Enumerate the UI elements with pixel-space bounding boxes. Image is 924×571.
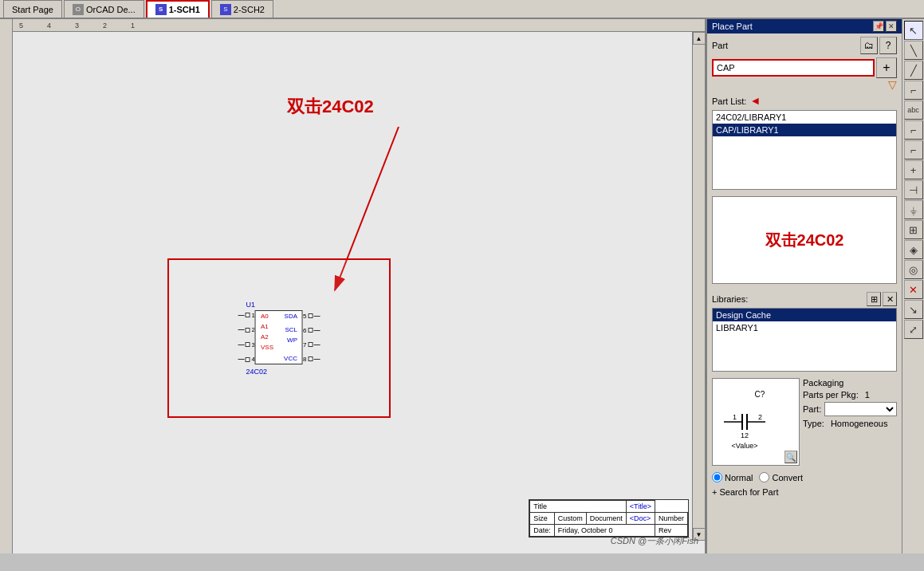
- svg-text:C?: C?: [755, 390, 765, 399]
- normal-radio[interactable]: [712, 472, 722, 482]
- ruler-top: 5 4 3 2 1: [0, 19, 705, 32]
- lib-list[interactable]: Design Cache LIBRARY1: [712, 308, 897, 372]
- watermark: CSDN @一条小闲Fish: [611, 535, 698, 547]
- orcad-icon: O: [73, 4, 84, 15]
- arrow-down-btn[interactable]: ↘: [904, 300, 923, 319]
- part-select[interactable]: [824, 402, 897, 416]
- date-label: Date:: [530, 525, 555, 537]
- part-add-btn[interactable]: +: [876, 57, 897, 78]
- zoom-preview-btn[interactable]: 🔍: [784, 451, 797, 463]
- panel-close-btn[interactable]: ✕: [886, 21, 897, 32]
- svg-text:<Value>: <Value>: [732, 442, 758, 450]
- pkg-info: Packaging Parts per Pkg: 1 Part:: [803, 378, 897, 466]
- ruler-left: [0, 19, 13, 553]
- part-label2: Part:: [803, 404, 821, 414]
- search-part-link[interactable]: + Search for Part: [712, 487, 897, 497]
- libraries-section: Libraries: ⊞ ✕ Design Cache LIBRARY1: [712, 292, 897, 372]
- scrollbar-right[interactable]: ▲ ▼: [692, 32, 705, 541]
- right-pins: 5 6 7: [303, 310, 320, 364]
- pkg-svg: C? 1 2 12: [720, 386, 792, 458]
- parts-per-pkg-label: Parts per Pkg:: [803, 390, 859, 400]
- part-icons: 🗂 ?: [860, 37, 897, 54]
- tab-sch2-label: 2-SCH2: [234, 5, 265, 14]
- svg-text:1: 1: [733, 413, 737, 421]
- part-list-item-1[interactable]: 24C02/LIBRARY1: [713, 111, 896, 124]
- panel-titlebar-btns: 📌 ✕: [873, 21, 897, 32]
- part-input-row: +: [712, 57, 897, 78]
- packaging-label: Packaging: [803, 378, 843, 388]
- svg-text:2: 2: [758, 413, 762, 421]
- tab-orcad[interactable]: O OrCAD De...: [64, 0, 144, 18]
- size-label: Size: [530, 513, 555, 525]
- filter-icon: ▽: [888, 78, 897, 91]
- doc-label: Document: [586, 513, 626, 525]
- preview-annotation: 双击24C02: [765, 230, 844, 251]
- left-pins: 1 2 3: [238, 310, 255, 364]
- line-tool-btn[interactable]: ╲: [904, 41, 923, 60]
- lib-item-2[interactable]: LIBRARY1: [713, 321, 896, 334]
- minus-tool-btn[interactable]: ⊣: [904, 180, 923, 199]
- pkg-preview: C? 1 2 12: [712, 378, 800, 466]
- num-label: Number: [655, 513, 687, 525]
- doc-value: <Doc>: [626, 513, 655, 525]
- title-label: Title: [530, 501, 627, 513]
- part-preview: 双击24C02: [712, 196, 897, 284]
- pkg-label-row: Packaging: [803, 378, 897, 388]
- ic-ref: U1: [246, 301, 320, 309]
- tab-start[interactable]: Start Page: [3, 0, 62, 18]
- bus-tool-btn[interactable]: ⌐: [904, 81, 923, 100]
- scroll-up-btn[interactable]: ▲: [693, 32, 706, 45]
- ic-inner: U1 1 2: [238, 301, 320, 376]
- edge-toolbar: ↖ ╲ ╱ ⌐ abc ⌐ ⌐ + ⊣ ⏚ ⊞ ◈ ◎ ✕ ↘ ⤢: [902, 19, 924, 553]
- diag-tool-btn[interactable]: ╱: [904, 61, 923, 80]
- part-list[interactable]: 24C02/LIBRARY1 CAP/LIBRARY1: [712, 110, 897, 190]
- circle-tool-btn[interactable]: ◎: [904, 260, 923, 279]
- parts-per-pkg-row: Parts per Pkg: 1: [803, 390, 897, 400]
- grid-tool-btn[interactable]: ⊞: [904, 220, 923, 239]
- abc-tool-btn[interactable]: abc: [904, 100, 923, 120]
- normal-label: Normal: [725, 473, 753, 482]
- convert-radio-label[interactable]: Convert: [759, 472, 803, 482]
- tab-sch1[interactable]: S 1-SCH1: [146, 0, 210, 18]
- normal-radio-label[interactable]: Normal: [712, 472, 753, 482]
- ic-body: A0 A1 A2 VSS SDA SCL WP: [255, 310, 303, 364]
- part-help-btn[interactable]: ?: [879, 37, 897, 54]
- convert-radio[interactable]: [759, 472, 769, 482]
- panel-titlebar: Place Part 📌 ✕: [707, 19, 902, 33]
- parts-per-pkg-value: 1: [865, 390, 870, 400]
- libraries-label: Libraries:: [712, 294, 748, 304]
- tab-orcad-label: OrCAD De...: [86, 5, 136, 14]
- marker-tool-btn[interactable]: ◈: [904, 240, 923, 259]
- type-label: Type:: [803, 419, 824, 428]
- corner-tool-btn[interactable]: ⌐: [904, 140, 923, 159]
- select-tool-btn[interactable]: ↖: [904, 21, 923, 40]
- place-part-panel: Place Part 📌 ✕ Part 🗂 ?: [706, 19, 902, 553]
- lib-item-1[interactable]: Design Cache: [713, 309, 896, 321]
- title-value: <Title>: [626, 501, 655, 513]
- sch1-icon: S: [155, 4, 167, 15]
- ic-part-label: 24C02: [246, 368, 320, 376]
- schematic-canvas[interactable]: 5 4 3 2 1 ▲ ▼: [0, 19, 706, 553]
- plus-tool-btn[interactable]: +: [904, 160, 923, 179]
- panel-title: Place Part: [712, 22, 753, 31]
- convert-label: Convert: [772, 473, 803, 482]
- label-tool-btn[interactable]: ⌐: [904, 120, 923, 140]
- title-block: Title <Title> Size Custom Document <Doc>…: [529, 499, 689, 538]
- lib-add-btn[interactable]: ⊞: [867, 292, 881, 306]
- part-list-item-2[interactable]: CAP/LIBRARY1: [713, 124, 896, 136]
- tab-bar: Start Page O OrCAD De... S 1-SCH1 S 2-SC…: [0, 0, 924, 19]
- panel-pin-btn[interactable]: 📌: [873, 21, 884, 32]
- svg-text:12: 12: [741, 431, 749, 439]
- tab-sch1-label: 1-SCH1: [169, 5, 200, 14]
- lib-remove-btn[interactable]: ✕: [883, 292, 897, 306]
- red-x-btn[interactable]: ✕: [904, 280, 923, 299]
- tab-sch2[interactable]: S 2-SCH2: [211, 0, 273, 18]
- annotation-text: 双击24C02: [287, 95, 374, 119]
- libraries-header: Libraries: ⊞ ✕: [712, 292, 897, 306]
- move-tool-btn[interactable]: ⤢: [904, 320, 923, 339]
- part-browse-btn[interactable]: 🗂: [860, 37, 878, 54]
- part-list-label: Part List:: [712, 96, 746, 106]
- part-input[interactable]: [712, 59, 875, 77]
- ground-tool-btn[interactable]: ⏚: [904, 200, 923, 219]
- sch2-icon: S: [220, 4, 231, 15]
